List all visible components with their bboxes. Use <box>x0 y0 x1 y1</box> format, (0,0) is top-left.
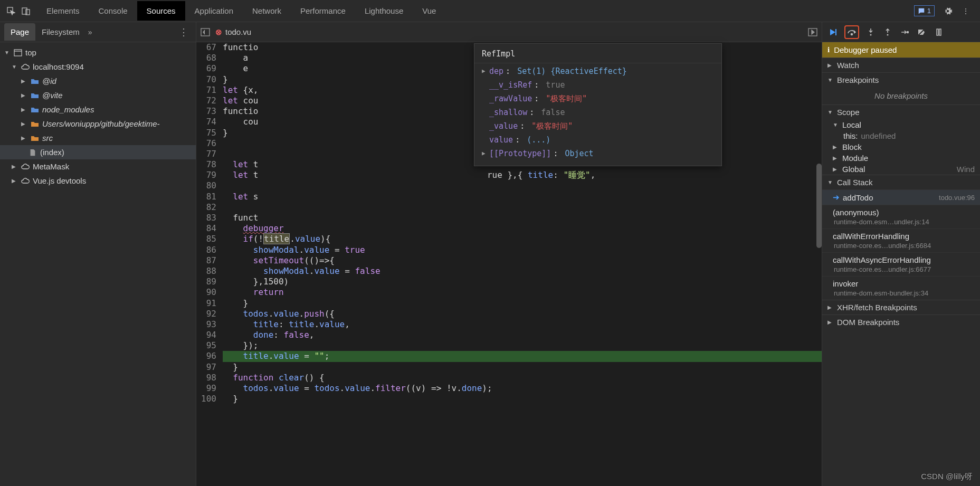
callstack-frame[interactable]: ➔addTodotodo.vue:96 <box>822 189 980 205</box>
device-toolbar-icon[interactable] <box>21 6 31 16</box>
code-line[interactable]: } <box>223 362 822 373</box>
tree-label: Vue.js devtools <box>33 176 86 185</box>
run-snippet-icon[interactable] <box>807 26 819 38</box>
callstack-frame[interactable]: invokerruntime-dom.esm-bundler.js:34 <box>822 276 980 300</box>
scrollbar-thumb[interactable] <box>816 164 822 248</box>
section-callstack[interactable]: ▼Call Stack <box>822 175 980 189</box>
kebab-menu-icon[interactable]: ⋮ <box>961 6 971 16</box>
code-line[interactable]: } <box>223 394 822 404</box>
tooltip-row[interactable]: _rawValue: "极客时间" <box>474 92 721 106</box>
code-line[interactable]: done: false, <box>223 330 822 340</box>
step-out-button[interactable] <box>882 27 893 37</box>
devtools-tab-bar: Elements Console Sources Application Net… <box>0 0 980 22</box>
tab-application[interactable]: Application <box>185 1 243 21</box>
callstack-frame[interactable]: (anonymous)runtime-dom.esm…undler.js:14 <box>822 205 980 228</box>
tab-console[interactable]: Console <box>89 1 137 21</box>
tree-folder[interactable]: ▶node_modules <box>0 102 196 117</box>
scope-row[interactable]: ▼Local <box>822 119 980 130</box>
tooltip-row[interactable]: ▶dep: Set(1) {ReactiveEffect} <box>474 64 721 78</box>
code-line[interactable]: let t rue },{ title: "睡觉", <box>223 170 822 180</box>
scope-row[interactable]: ▶Module <box>822 153 980 164</box>
tree-label: MetaMask <box>33 162 69 171</box>
section-breakpoints[interactable]: ▼Breakpoints <box>822 72 980 87</box>
code-line[interactable]: showModal.value = true <box>223 245 822 255</box>
sidebar-tab-page[interactable]: Page <box>4 23 35 41</box>
code-line[interactable]: },1500) <box>223 277 822 287</box>
section-dom-bp[interactable]: ▶DOM Breakpoints <box>822 315 980 329</box>
tab-sources[interactable]: Sources <box>137 1 185 21</box>
tree-host-label: localhost:9094 <box>33 62 84 71</box>
tooltip-row[interactable]: ▶[[Prototype]]: Object <box>474 147 721 160</box>
sidebar-menu-icon[interactable]: ⋮ <box>176 26 192 38</box>
tree-host[interactable]: ▼localhost:9094 <box>0 60 196 74</box>
navigator-toggle-icon[interactable] <box>199 26 211 38</box>
code-line[interactable] <box>223 202 822 213</box>
svg-point-10 <box>887 34 889 35</box>
tree-folder-label: @id <box>42 77 56 85</box>
svg-rect-7 <box>835 29 836 35</box>
code-line[interactable]: setTimeout(()=>{ <box>223 255 822 266</box>
code-line[interactable]: return <box>223 287 822 298</box>
tree-folder[interactable]: ▶@vite <box>0 88 196 102</box>
tooltip-row[interactable]: _value: "极客时间" <box>474 119 721 133</box>
settings-icon[interactable] <box>943 6 953 16</box>
tab-performance[interactable]: Performance <box>291 1 355 21</box>
info-icon: i <box>827 45 830 54</box>
tree-folder-label: Users/woniuppp/github/geektime- <box>42 119 160 128</box>
code-line[interactable]: function clear() { <box>223 373 822 383</box>
code-line[interactable] <box>223 180 822 191</box>
step-into-button[interactable] <box>865 27 876 37</box>
svg-rect-14 <box>939 29 941 35</box>
tab-elements[interactable]: Elements <box>37 1 89 21</box>
svg-rect-1 <box>22 8 27 14</box>
code-line[interactable]: todos.value = todos.value.filter((v) => … <box>223 383 822 394</box>
tooltip-row[interactable]: __v_isRef: true <box>474 78 721 92</box>
tooltip-title: RefImpl <box>474 45 721 63</box>
tooltip-row[interactable]: value: (...) <box>474 133 721 147</box>
tree-folder[interactable]: ▶@id <box>0 74 196 88</box>
step-button[interactable] <box>899 27 910 37</box>
tree-folder-label: node_modules <box>42 105 94 114</box>
deactivate-breakpoints-button[interactable] <box>916 27 927 37</box>
svg-rect-13 <box>937 29 938 35</box>
callstack-frame[interactable]: callWithErrorHandlingruntime-core.es…und… <box>822 228 980 252</box>
inspect-element-icon[interactable] <box>6 6 16 16</box>
tree-folder[interactable]: ▶src <box>0 131 196 145</box>
tree-folder-label: src <box>42 134 53 142</box>
messages-badge[interactable]: 1 <box>914 5 935 16</box>
close-icon[interactable]: ⊗ <box>215 27 222 37</box>
section-watch[interactable]: ▶Watch <box>822 58 980 72</box>
file-tab-todo[interactable]: ⊗todo.vu <box>215 27 251 37</box>
callstack-frame[interactable]: callWithAsyncErrorHandlingruntime-core.e… <box>822 252 980 276</box>
resume-button[interactable] <box>827 27 838 37</box>
tree-vuedev[interactable]: ▶Vue.js devtools <box>0 174 196 188</box>
code-line[interactable]: todos.value.push({ <box>223 309 822 319</box>
code-line[interactable]: }); <box>223 340 822 351</box>
code-line[interactable]: title: title.value, <box>223 319 822 330</box>
sidebar-tab-filesystem[interactable]: Filesystem <box>35 23 86 41</box>
pause-exceptions-button[interactable] <box>933 27 944 37</box>
tree-top[interactable]: ▼top <box>0 45 196 60</box>
code-line[interactable]: if(!title.value){ <box>223 234 822 244</box>
code-line[interactable]: let s <box>223 192 822 202</box>
code-line[interactable]: funct <box>223 213 822 223</box>
tree-file-index[interactable]: (index) <box>0 145 196 159</box>
tab-lighthouse[interactable]: Lighthouse <box>355 1 413 21</box>
tree-metamask[interactable]: ▶MetaMask <box>0 159 196 174</box>
tab-network[interactable]: Network <box>243 1 291 21</box>
step-over-button[interactable] <box>844 25 859 39</box>
tab-vue[interactable]: Vue <box>413 1 445 21</box>
code-line[interactable]: showModal.value = false <box>223 266 822 277</box>
section-xhr-bp[interactable]: ▶XHR/fetch Breakpoints <box>822 300 980 315</box>
tooltip-row[interactable]: _shallow: false <box>474 106 721 119</box>
scope-row[interactable]: this: undefined <box>822 130 980 141</box>
section-scope[interactable]: ▼Scope <box>822 104 980 119</box>
code-line[interactable]: } <box>223 298 822 309</box>
file-tree: ▼top ▼localhost:9094 ▶@id ▶@vite ▶node_m… <box>0 42 196 191</box>
scope-row[interactable]: ▶Block <box>822 141 980 153</box>
code-line[interactable]: debugger <box>223 223 822 234</box>
code-line[interactable]: title.value = ""; <box>223 351 822 361</box>
sidebar-tabs-more-icon[interactable]: » <box>88 28 92 36</box>
scope-row[interactable]: ▶GlobalWind <box>822 164 980 175</box>
tree-folder[interactable]: ▶Users/woniuppp/github/geektime- <box>0 117 196 131</box>
